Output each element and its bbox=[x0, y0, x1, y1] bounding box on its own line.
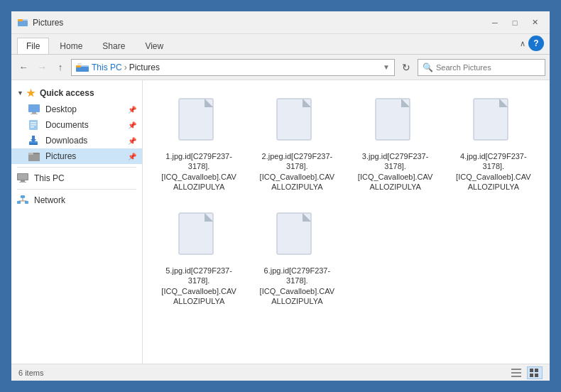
network-icon bbox=[17, 195, 30, 205]
svg-rect-16 bbox=[29, 143, 38, 145]
svg-rect-9 bbox=[31, 114, 38, 114]
pin-icon-documents: 📌 bbox=[128, 121, 136, 129]
svg-rect-18 bbox=[28, 154, 40, 161]
maximize-button[interactable]: □ bbox=[506, 16, 524, 30]
sidebar-label-desktop: Desktop bbox=[45, 104, 77, 114]
svg-rect-23 bbox=[19, 182, 26, 183]
path-thispc[interactable]: This PC bbox=[92, 62, 122, 72]
svg-rect-5 bbox=[76, 65, 81, 67]
sidebar-item-pictures[interactable]: Pictures 📌 bbox=[11, 148, 142, 164]
svg-rect-2 bbox=[18, 19, 23, 21]
file-name-5: 6.jpg.id[C279F237-3178].[ICQ_Cavalloeb].… bbox=[258, 266, 336, 306]
sidebar-label-pictures: Pictures bbox=[45, 151, 76, 161]
refresh-button[interactable]: ↻ bbox=[398, 59, 415, 76]
minimize-button[interactable]: ─ bbox=[486, 16, 504, 30]
svg-rect-48 bbox=[511, 369, 521, 370]
tab-view[interactable]: View bbox=[136, 38, 173, 54]
tab-home[interactable]: Home bbox=[50, 38, 92, 54]
quick-access-label: Quick access bbox=[40, 88, 94, 98]
sidebar: ▼ ★ Quick access Desktop 📌 bbox=[11, 80, 143, 364]
svg-rect-1 bbox=[18, 21, 28, 26]
svg-rect-22 bbox=[21, 180, 25, 182]
file-item-2[interactable]: 3.jpg.id[C279F237-3178].[ICQ_Cavalloeb].… bbox=[350, 91, 441, 198]
ribbon-collapse-button[interactable]: ∧ bbox=[520, 39, 525, 48]
file-grid: 1.jpg.id[C279F237-3178].[ICQ_Cavalloeb].… bbox=[150, 87, 543, 316]
file-icon-1 bbox=[276, 97, 318, 148]
search-input[interactable] bbox=[436, 63, 540, 72]
close-button[interactable]: ✕ bbox=[525, 16, 544, 30]
main-area: ▼ ★ Quick access Desktop 📌 bbox=[11, 80, 550, 364]
svg-rect-26 bbox=[25, 201, 28, 204]
quick-access-star-icon: ★ bbox=[26, 87, 36, 99]
item-count: 6 items bbox=[18, 369, 43, 377]
svg-rect-11 bbox=[31, 122, 36, 124]
desktop-icon bbox=[28, 104, 41, 114]
thispc-icon bbox=[17, 173, 30, 183]
window-icon bbox=[17, 17, 28, 28]
file-name-3: 4.jpg.id[C279F237-3178].[ICQ_Cavalloeb].… bbox=[454, 151, 533, 192]
file-icon-3 bbox=[472, 97, 515, 148]
file-item-4[interactable]: 5.jpg.id[C279F237-3178].[ICQ_Cavalloeb].… bbox=[153, 205, 244, 312]
search-icon: 🔍 bbox=[423, 62, 433, 72]
file-name-1: 2.jpeg.id[C279F237-3178].[ICQ_Cavalloeb]… bbox=[258, 151, 336, 192]
svg-rect-51 bbox=[530, 369, 533, 372]
sidebar-label-downloads: Downloads bbox=[45, 136, 87, 146]
file-name-0: 1.jpg.id[C279F237-3178].[ICQ_Cavalloeb].… bbox=[160, 151, 238, 192]
sidebar-item-thispc[interactable]: This PC bbox=[11, 170, 142, 186]
path-dropdown-arrow[interactable]: ▼ bbox=[383, 63, 390, 71]
sidebar-label-network: Network bbox=[34, 195, 65, 205]
svg-rect-21 bbox=[18, 174, 28, 180]
sidebar-item-network[interactable]: Network bbox=[11, 192, 142, 208]
title-bar-controls: ─ □ ✕ bbox=[486, 16, 544, 30]
sidebar-divider-1 bbox=[17, 167, 136, 168]
svg-rect-19 bbox=[28, 153, 33, 155]
svg-rect-12 bbox=[31, 124, 36, 126]
title-bar: Pictures ─ □ ✕ bbox=[11, 11, 550, 34]
pictures-icon bbox=[28, 151, 41, 161]
sidebar-divider-2 bbox=[17, 189, 136, 190]
file-icon-4 bbox=[178, 212, 220, 263]
ribbon-tabs: File Home Share View ∧ ? bbox=[11, 34, 550, 54]
quick-access-arrow: ▼ bbox=[17, 89, 23, 97]
address-bar: ← → ↑ This PC › Pictures ▼ ↻ 🔍 bbox=[11, 55, 550, 80]
svg-rect-4 bbox=[76, 67, 89, 72]
icon-view-button[interactable] bbox=[527, 366, 543, 379]
status-bar: 6 items bbox=[11, 364, 550, 381]
address-path[interactable]: This PC › Pictures ▼ bbox=[71, 59, 395, 76]
svg-rect-49 bbox=[511, 372, 521, 374]
svg-rect-50 bbox=[511, 376, 521, 377]
file-item-1[interactable]: 2.jpeg.id[C279F237-3178].[ICQ_Cavalloeb]… bbox=[251, 91, 342, 198]
sidebar-item-downloads[interactable]: Downloads 📌 bbox=[11, 133, 142, 148]
ribbon: File Home Share View ∧ ? bbox=[11, 34, 550, 55]
back-button[interactable]: ← bbox=[16, 60, 31, 75]
sidebar-label-documents: Documents bbox=[45, 120, 89, 130]
sidebar-item-desktop[interactable]: Desktop 📌 bbox=[11, 102, 142, 117]
svg-rect-7 bbox=[28, 104, 40, 112]
sidebar-item-documents[interactable]: Documents 📌 bbox=[11, 117, 142, 133]
file-item-3[interactable]: 4.jpg.id[C279F237-3178].[ICQ_Cavalloeb].… bbox=[448, 91, 539, 198]
tab-file[interactable]: File bbox=[17, 38, 49, 54]
sidebar-label-thispc: This PC bbox=[34, 173, 65, 183]
list-view-button[interactable] bbox=[508, 366, 524, 379]
pin-icon-desktop: 📌 bbox=[128, 106, 136, 114]
explorer-window: Pictures ─ □ ✕ File Home Share View ∧ ? … bbox=[10, 10, 551, 382]
file-icon-0 bbox=[178, 97, 220, 148]
quick-access-header[interactable]: ▼ ★ Quick access bbox=[11, 85, 142, 102]
svg-rect-13 bbox=[31, 126, 34, 128]
forward-button[interactable]: → bbox=[34, 60, 50, 75]
tab-share[interactable]: Share bbox=[93, 38, 134, 54]
help-button[interactable]: ? bbox=[528, 36, 544, 51]
up-button[interactable]: ↑ bbox=[53, 60, 68, 75]
svg-rect-25 bbox=[17, 201, 21, 204]
view-controls bbox=[508, 366, 543, 379]
file-item-5[interactable]: 6.jpg.id[C279F237-3178].[ICQ_Cavalloeb].… bbox=[251, 205, 342, 312]
file-item-0[interactable]: 1.jpg.id[C279F237-3178].[ICQ_Cavalloeb].… bbox=[153, 91, 244, 198]
documents-icon bbox=[28, 120, 41, 130]
file-name-4: 5.jpg.id[C279F237-3178].[ICQ_Cavalloeb].… bbox=[160, 266, 238, 306]
pin-icon-downloads: 📌 bbox=[128, 137, 136, 145]
file-name-2: 3.jpg.id[C279F237-3178].[ICQ_Cavalloeb].… bbox=[356, 151, 435, 192]
path-pictures[interactable]: Pictures bbox=[129, 62, 160, 72]
file-icon-5 bbox=[276, 212, 318, 263]
pin-icon-pictures: 📌 bbox=[128, 153, 136, 160]
svg-rect-52 bbox=[535, 369, 538, 372]
